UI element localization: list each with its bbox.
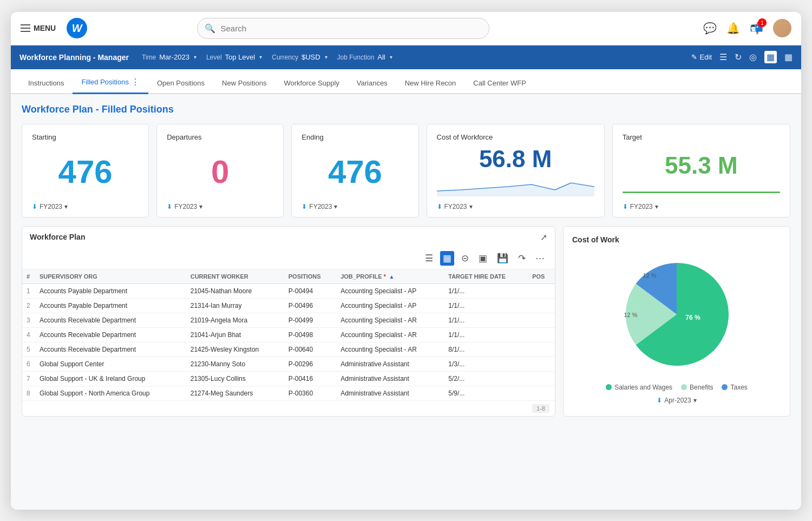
save-button[interactable]: 💾 xyxy=(494,251,511,266)
table-page-info: 1-8 xyxy=(532,404,549,413)
tab-filled-positions[interactable]: Filled Positions ⋮ xyxy=(73,71,148,94)
table-row[interactable]: 4 Accounts Receivable Department 21041-A… xyxy=(22,327,555,342)
table-row[interactable]: 7 Global Support - UK & Ireland Group 21… xyxy=(22,371,555,386)
toolbar-actions: ✎ Edit ☰ ↻ ◎ ▦ ▦ xyxy=(691,51,793,63)
hamburger-icon xyxy=(21,24,30,32)
cell-worker: 21045-Nathan Moore xyxy=(186,283,284,298)
cell-worker: 21230-Manny Soto xyxy=(186,357,284,371)
currency-label: Currency xyxy=(272,54,298,61)
filter-icon-button[interactable]: ☰ xyxy=(719,52,727,62)
cost-of-workforce-value: 56.8 M xyxy=(437,146,594,173)
starting-value: 476 xyxy=(32,146,139,199)
move-button[interactable]: ⊝ xyxy=(459,251,472,266)
departures-period[interactable]: ⬇ FY2023 ▾ xyxy=(167,203,273,210)
col-pos[interactable]: POS xyxy=(528,269,555,284)
cell-job-profile: Accounting Specialist - AP xyxy=(336,298,444,313)
refresh-icon-button[interactable]: ↻ xyxy=(735,52,742,62)
notifications-bell-button[interactable]: 🔔 xyxy=(726,22,740,35)
more-options-button[interactable]: ⋯ xyxy=(533,251,547,266)
departures-period-arrow: ⬇ xyxy=(167,203,172,210)
ending-period[interactable]: ⬇ FY2023 ▾ xyxy=(302,203,408,210)
time-filter[interactable]: Time Mar-2023 ▾ xyxy=(142,53,197,61)
cell-pos xyxy=(528,386,555,400)
cell-position: P-00296 xyxy=(284,357,336,371)
departures-period-dropdown[interactable]: ▾ xyxy=(199,203,202,210)
cell-org: Global Support Center xyxy=(35,357,186,371)
grid-mode-button[interactable]: ▦ xyxy=(440,251,454,266)
currency-dropdown-arrow[interactable]: ▾ xyxy=(325,54,328,60)
redo-button[interactable]: ↷ xyxy=(515,251,528,266)
cost-of-workforce-period[interactable]: ⬇ FY2023 ▾ xyxy=(437,203,594,210)
cost-of-workforce-card: Cost of Workforce 56.8 M ⬇ FY2023 ▾ xyxy=(427,124,605,217)
table-row[interactable]: 8 Global Support - North America Group 2… xyxy=(22,386,555,400)
grid-view-button[interactable]: ▦ xyxy=(764,51,777,63)
table-row[interactable]: 3 Accounts Receivable Department 21019-A… xyxy=(22,313,555,327)
starting-period[interactable]: ⬇ FY2023 ▾ xyxy=(32,203,139,210)
target-period[interactable]: ⬇ FY2023 ▾ xyxy=(623,203,780,210)
tab-instructions[interactable]: Instructions xyxy=(19,74,73,94)
cell-job-profile: Administrative Assistant xyxy=(336,371,444,386)
copy-button[interactable]: ▣ xyxy=(476,251,490,266)
nav-right-actions: 💬 🔔 📬 1 xyxy=(703,19,791,37)
layout-view-button[interactable]: ▦ xyxy=(784,52,793,62)
ending-period-dropdown[interactable]: ▾ xyxy=(334,203,337,210)
job-function-dropdown-arrow[interactable]: ▾ xyxy=(390,54,392,60)
inbox-badge: 1 xyxy=(758,18,767,27)
table-row[interactable]: 6 Global Support Center 21230-Manny Soto… xyxy=(22,357,555,371)
cell-hire-date: 1/1/... xyxy=(444,283,528,298)
menu-button[interactable]: MENU xyxy=(21,24,56,32)
workforce-plan-table: # SUPERVISORY ORG CURRENT WORKER POSITIO… xyxy=(22,269,555,401)
workday-logo[interactable]: W xyxy=(67,18,87,38)
level-dropdown-arrow[interactable]: ▾ xyxy=(259,54,262,60)
table-row[interactable]: 2 Accounts Payable Department 21314-Ian … xyxy=(22,298,555,313)
cost-of-workforce-label: Cost of Workforce xyxy=(437,133,594,141)
time-dropdown-arrow[interactable]: ▾ xyxy=(194,54,197,60)
job-function-filter[interactable]: Job Function All ▾ xyxy=(337,53,392,61)
tab-open-positions[interactable]: Open Positions xyxy=(148,74,213,94)
col-current-worker[interactable]: CURRENT WORKER xyxy=(186,269,284,284)
pie-legend: Salaries and Wages Benefits Taxes xyxy=(572,384,781,391)
table-row[interactable]: 5 Accounts Receivable Department 21425-W… xyxy=(22,342,555,357)
tab-workforce-supply[interactable]: Workforce Supply xyxy=(275,74,348,94)
pie-period-dropdown[interactable]: ▾ xyxy=(693,397,697,404)
col-positions[interactable]: POSITIONS xyxy=(284,269,336,284)
currency-filter[interactable]: Currency $USD ▾ xyxy=(272,53,327,61)
ending-label: Ending xyxy=(302,133,408,141)
tab-options-icon[interactable]: ⋮ xyxy=(131,77,140,87)
inbox-button[interactable]: 📬 1 xyxy=(750,22,763,35)
level-filter[interactable]: Level Top Level ▾ xyxy=(206,53,262,61)
starting-label: Starting xyxy=(32,133,139,141)
col-supervisory-org[interactable]: SUPERVISORY ORG xyxy=(35,269,186,284)
tab-variances[interactable]: Variances xyxy=(348,74,396,94)
table-row[interactable]: 1 Accounts Payable Department 21045-Nath… xyxy=(22,283,555,298)
col-target-hire-date[interactable]: TARGET HIRE DATE xyxy=(444,269,528,284)
global-search[interactable]: 🔍 xyxy=(197,18,489,39)
edit-button[interactable]: ✎ Edit xyxy=(691,53,712,61)
cell-org: Accounts Payable Department xyxy=(35,283,186,298)
chat-icon-button[interactable]: 💬 xyxy=(703,22,717,35)
cell-position: P-00499 xyxy=(284,313,336,327)
departures-value: 0 xyxy=(167,146,273,199)
cell-pos xyxy=(528,342,555,357)
tab-call-center-wfp[interactable]: Call Center WFP xyxy=(464,74,535,94)
toolbar-bar: Workforce Planning - Manager Time Mar-20… xyxy=(11,45,801,69)
cell-position: P-00496 xyxy=(284,298,336,313)
cost-period-dropdown[interactable]: ▾ xyxy=(469,203,473,210)
tab-new-hire-recon[interactable]: New Hire Recon xyxy=(396,74,465,94)
expand-table-button[interactable]: ➚ xyxy=(540,232,547,242)
search-input[interactable] xyxy=(197,18,489,39)
user-avatar[interactable] xyxy=(773,19,791,37)
snapshot-icon-button[interactable]: ◎ xyxy=(749,52,757,62)
tab-new-positions[interactable]: New Positions xyxy=(213,74,275,94)
level-value: Top Level xyxy=(225,53,256,61)
job-function-value: All xyxy=(377,53,385,61)
wp-table-title: Workforce Plan xyxy=(30,233,85,241)
time-label: Time xyxy=(142,54,156,61)
cell-hire-date: 5/2/... xyxy=(444,371,528,386)
target-period-dropdown[interactable]: ▾ xyxy=(655,203,658,210)
starting-period-dropdown[interactable]: ▾ xyxy=(64,203,68,210)
cell-pos xyxy=(528,298,555,313)
pie-footer[interactable]: ⬇ Apr-2023 ▾ xyxy=(572,397,781,404)
col-job-profile[interactable]: JOB_PROFILE * ▲ xyxy=(336,269,444,284)
filter-rows-button[interactable]: ☰ xyxy=(422,251,436,266)
